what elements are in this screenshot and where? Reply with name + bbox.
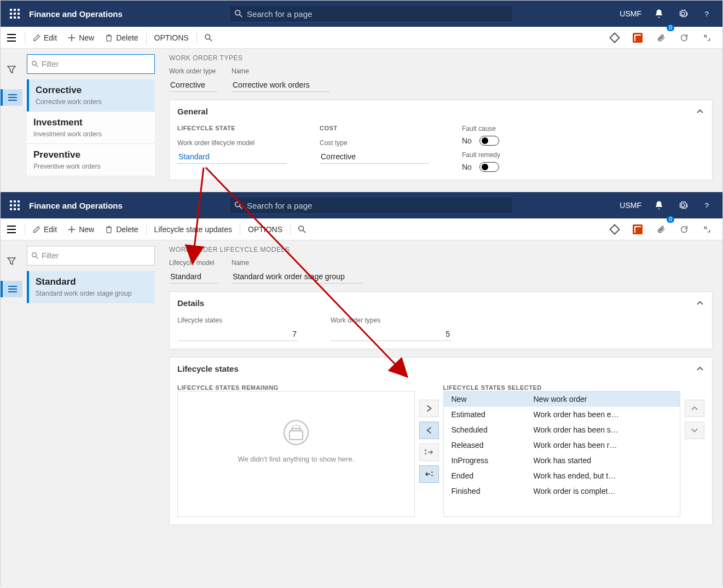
state-name: InProgress (452, 456, 534, 465)
name-field[interactable]: Name Standard work order stage group (232, 259, 363, 284)
svg-point-37 (299, 226, 304, 230)
lifecycle-state-row[interactable]: InProgressWork has started (444, 453, 680, 468)
lifecycle-state-row[interactable]: EndedWork has ended, but t… (444, 468, 680, 483)
nav-list: Filter CorrectiveCorrective work ordersI… (22, 49, 159, 188)
lifecycle-model-field[interactable]: Lifecycle model Standard (169, 259, 218, 284)
office-icon[interactable] (627, 218, 648, 240)
move-all-left-button[interactable] (419, 465, 439, 483)
help-icon[interactable]: ? (696, 194, 718, 216)
popout-icon[interactable] (697, 27, 717, 49)
nav-item[interactable]: StandardStandard work order stage group (27, 271, 155, 303)
move-up-button[interactable] (685, 400, 704, 417)
svg-rect-18 (8, 97, 17, 98)
app-launcher-icon[interactable] (5, 195, 25, 215)
new-button[interactable]: New (62, 218, 100, 240)
delete-button[interactable]: Delete (100, 218, 143, 240)
action-bar: Edit New Delete Lifecycle state updates … (1, 218, 722, 240)
filter-placeholder: Filter (42, 60, 59, 68)
filter-pane-icon[interactable] (7, 257, 16, 268)
new-button[interactable]: New (62, 27, 100, 49)
refresh-icon[interactable] (674, 218, 694, 240)
company-picker[interactable]: USMF (620, 201, 641, 210)
gear-icon[interactable] (672, 194, 694, 216)
edit-button[interactable]: Edit (27, 27, 62, 49)
lifecycle-state-row[interactable]: FinishedWork order is complet… (444, 483, 680, 499)
related-info-icon[interactable] (1, 281, 22, 297)
fault-remedy-toggle[interactable] (479, 162, 499, 172)
filter-pane-icon[interactable] (7, 65, 16, 76)
global-search[interactable]: Search for a page (229, 5, 513, 22)
state-desc: New work order (534, 395, 673, 403)
cost-type-field[interactable]: Cost type Corrective (320, 139, 429, 164)
options-button[interactable]: OPTIONS (242, 218, 288, 240)
svg-point-15 (205, 34, 210, 39)
bell-icon[interactable] (648, 194, 670, 216)
lifecycle-state-updates-button[interactable]: Lifecycle state updates (149, 218, 238, 240)
lifecycle-states-header[interactable]: Lifecycle states (170, 358, 712, 380)
left-gutter (1, 240, 22, 533)
attachments-icon[interactable]: 0 (651, 218, 671, 240)
move-right-button[interactable] (419, 400, 439, 417)
name-field[interactable]: Name Corrective work orders (232, 67, 330, 92)
attachments-badge: 0 (667, 25, 674, 31)
state-name: Estimated (452, 410, 534, 419)
lifecycle-state-row[interactable]: NewNew work order (444, 391, 680, 407)
move-all-right-button[interactable] (419, 443, 439, 461)
hamburger-icon[interactable] (1, 218, 22, 240)
svg-rect-50 (425, 453, 426, 454)
empty-message: We didn't find anything to show here. (238, 455, 354, 463)
nav-item[interactable]: CorrectiveCorrective work orders (27, 79, 155, 112)
svg-rect-27 (18, 204, 20, 206)
state-name: New (452, 395, 534, 403)
filter-input[interactable]: Filter (27, 54, 155, 74)
hamburger-icon[interactable] (1, 27, 22, 49)
move-down-button[interactable] (685, 422, 704, 439)
general-header[interactable]: General (170, 100, 712, 123)
related-info-icon[interactable] (1, 89, 22, 106)
company-picker[interactable]: USMF (620, 9, 641, 18)
link-icon[interactable] (605, 218, 624, 240)
global-search[interactable]: Search for a page (229, 197, 513, 214)
bell-icon[interactable] (648, 3, 670, 25)
app-launcher-icon[interactable] (5, 4, 25, 24)
nav-item[interactable]: InvestmentInvestment work orders (27, 112, 155, 144)
options-button[interactable]: OPTIONS (149, 27, 194, 49)
svg-rect-2 (18, 9, 20, 11)
lifecycle-state-row[interactable]: ReleasedWork order has been r… (444, 437, 680, 453)
left-gutter (1, 49, 22, 188)
svg-rect-19 (8, 100, 17, 101)
chevron-up-icon (696, 107, 704, 116)
svg-rect-52 (431, 475, 433, 476)
action-search-icon[interactable] (199, 27, 218, 49)
lifecycle-model-link[interactable]: Standard (177, 150, 287, 164)
work-order-type-field[interactable]: Work order type Corrective (169, 67, 218, 92)
link-icon[interactable] (605, 27, 624, 49)
office-icon[interactable] (627, 27, 648, 49)
svg-point-42 (32, 253, 37, 257)
lifecycle-model-field[interactable]: Work order lifecycle model Standard (177, 139, 287, 164)
filter-input[interactable]: Filter (27, 246, 155, 266)
attachments-icon[interactable]: 0 (651, 27, 671, 49)
popout-icon[interactable] (697, 218, 717, 240)
svg-rect-1 (14, 9, 16, 11)
svg-rect-4 (14, 13, 16, 15)
details-header[interactable]: Details (170, 292, 712, 314)
svg-rect-28 (10, 208, 12, 210)
svg-rect-34 (7, 226, 16, 227)
gear-icon[interactable] (672, 3, 694, 25)
work-order-types-count: Work order types 5 (331, 316, 451, 341)
refresh-icon[interactable] (674, 27, 694, 49)
svg-rect-12 (7, 34, 16, 35)
edit-button[interactable]: Edit (27, 218, 62, 240)
lifecycle-state-row[interactable]: EstimatedWork order has been e… (444, 407, 680, 422)
move-buttons (419, 380, 439, 517)
help-icon[interactable]: ? (696, 3, 718, 25)
lifecycle-state-row[interactable]: ScheduledWork order has been s… (444, 422, 680, 437)
fault-cause-toggle[interactable] (479, 136, 499, 146)
delete-button[interactable]: Delete (100, 27, 143, 49)
svg-rect-3 (10, 13, 12, 15)
nav-item[interactable]: PreventivePreventive work orders (27, 144, 155, 176)
nav-list: Filter StandardStandard work order stage… (22, 240, 159, 533)
action-search-icon[interactable] (293, 218, 311, 240)
move-left-button[interactable] (419, 422, 439, 439)
